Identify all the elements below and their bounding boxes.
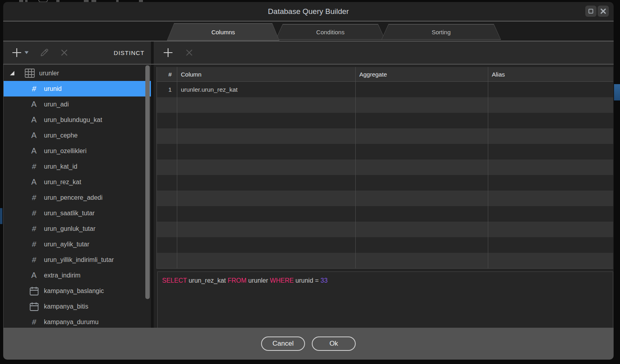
plus-icon <box>11 47 22 58</box>
text-column-icon: A <box>28 100 40 109</box>
tree-item-urun_aylik_tutar[interactable]: #urun_aylik_tutar <box>4 236 151 252</box>
grid-empty-row <box>157 144 613 159</box>
number-column-icon: # <box>28 240 40 249</box>
distinct-toggle[interactable]: DISTINCT <box>114 49 145 56</box>
grid-header: #ColumnAggregateAlias <box>157 67 613 82</box>
column-tree: urunler #urunidAurun_adiAurun_bulundugu_… <box>3 65 151 328</box>
grid-remove-button[interactable] <box>185 48 194 57</box>
table-name: urunler <box>39 70 59 77</box>
query-builder-dialog: Database Query Builder ColumnsConditions… <box>3 2 614 360</box>
tree-item-urun_cephe[interactable]: Aurun_cephe <box>4 128 151 143</box>
number-column-icon: # <box>28 224 40 233</box>
tree-item-urunid[interactable]: #urunid <box>4 81 151 96</box>
x-icon <box>185 48 194 57</box>
grid-cell <box>356 97 488 113</box>
cancel-button[interactable]: Cancel <box>261 336 305 351</box>
tree-toolbar: DISTINCT <box>3 41 151 64</box>
tab-columns[interactable]: Columns <box>167 23 279 41</box>
panel-divider[interactable] <box>151 41 154 328</box>
bg-selection-strip-right <box>614 84 620 100</box>
grid-cell <box>157 237 177 253</box>
tree-item-urun_ozellikleri[interactable]: Aurun_ozellikleri <box>4 143 151 159</box>
tree-scrollbar-thumb[interactable] <box>145 65 150 299</box>
tab-label: Conditions <box>316 29 345 35</box>
tree-item-kampanya_durumu[interactable]: #kampanya_durumu <box>4 314 151 328</box>
maximize-icon <box>588 9 593 14</box>
grid-row[interactable]: 1urunler.urun_rez_kat <box>157 82 613 97</box>
grid-cell <box>177 191 356 206</box>
text-column-icon: A <box>28 271 40 280</box>
grid-empty-row <box>157 237 613 253</box>
grid-empty-row <box>157 128 613 144</box>
tree-item-urun_gunluk_tutar[interactable]: #urun_gunluk_tutar <box>4 221 151 236</box>
number-column-icon: # <box>28 85 40 93</box>
grid-cell <box>356 159 488 175</box>
grid-empty-row <box>157 191 613 206</box>
grid-cell <box>488 191 613 206</box>
grid-add-button[interactable] <box>162 47 174 58</box>
grid-cell <box>157 97 177 113</box>
text-column-icon: A <box>28 131 40 140</box>
tree-item-kampanya_baslangic[interactable]: kampanya_baslangic <box>4 283 151 299</box>
grid-cell <box>488 82 613 97</box>
ok-button[interactable]: Ok <box>312 336 356 351</box>
grid-cell <box>157 113 177 128</box>
grid-cell <box>356 128 488 144</box>
add-dropdown-button[interactable] <box>24 51 29 54</box>
number-column-icon: # <box>28 318 40 327</box>
sql-token-number: 33 <box>321 277 328 284</box>
tree-item-urun_rez_kat[interactable]: Aurun_rez_kat <box>4 174 151 190</box>
grid-cell <box>356 191 488 206</box>
close-button[interactable] <box>598 6 609 17</box>
tree-item-label: urun_kat_id <box>44 163 77 170</box>
grid-cell <box>157 206 177 222</box>
grid-header-aggregate: Aggregate <box>356 67 488 81</box>
grid-empty-row <box>157 159 613 175</box>
tab-conditions[interactable]: Conditions <box>275 24 385 40</box>
calendar-icon <box>28 302 40 311</box>
tree-item-label: kampanya_bitis <box>44 303 88 310</box>
tree-item-urun_kat_id[interactable]: #urun_kat_id <box>4 159 151 174</box>
number-column-icon: # <box>28 193 40 202</box>
text-column-icon: A <box>28 146 40 155</box>
tree-expander-icon[interactable] <box>10 71 14 75</box>
grid-header-num: # <box>157 67 177 81</box>
bg-selection-strip-left <box>0 208 2 224</box>
grid-cell: 1 <box>157 82 177 97</box>
number-column-icon: # <box>28 162 40 171</box>
tree-item-label: kampanya_durumu <box>44 319 99 326</box>
tree-item-label: urun_ozellikleri <box>44 148 87 155</box>
grid-header-alias: Alias <box>488 67 613 81</box>
tree-item-urunler[interactable]: urunler <box>4 65 151 81</box>
tree-item-urun_pencere_adedi[interactable]: #urun_pencere_adedi <box>4 190 151 205</box>
tree-item-label: urun_yillik_indirimli_tutar <box>44 256 114 264</box>
tab-label: Sorting <box>432 29 451 35</box>
grid-cell <box>488 159 613 175</box>
grid-cell <box>488 237 613 253</box>
tree-item-urun_adi[interactable]: Aurun_adi <box>4 96 151 112</box>
grid-cell <box>356 206 488 222</box>
sql-preview: SELECT urun_rez_kat FROM urunler WHERE u… <box>157 272 613 329</box>
grid-empty-row <box>157 97 613 113</box>
columns-grid: #ColumnAggregateAlias 1urunler.urun_rez_… <box>156 67 613 269</box>
grid-cell <box>356 222 488 237</box>
maximize-button[interactable] <box>585 6 596 17</box>
tree-item-urun_saatlik_tutar[interactable]: #urun_saatlik_tutar <box>4 205 151 221</box>
grid-cell <box>356 175 488 191</box>
grid-empty-row <box>157 113 613 128</box>
tree-item-extra_indirim[interactable]: Aextra_indirim <box>4 268 151 283</box>
grid-cell <box>157 144 177 159</box>
add-column-button[interactable] <box>11 47 22 58</box>
edit-button[interactable] <box>39 47 50 58</box>
tree-item-label: urun_cephe <box>44 132 78 139</box>
dialog-content: DISTINCT #ColumnAggregateAlias 1urunler.… <box>3 41 614 328</box>
tab-sorting[interactable]: Sorting <box>381 24 501 40</box>
titlebar[interactable]: Database Query Builder <box>3 2 614 21</box>
tree-item-label: kampanya_baslangic <box>44 287 104 295</box>
grid-cell <box>177 175 356 191</box>
tree-item-urun_yillik_indirimli_tutar[interactable]: #urun_yillik_indirimli_tutar <box>4 252 151 268</box>
remove-button[interactable] <box>60 48 69 57</box>
tree-item-urun_bulundugu_kat[interactable]: Aurun_bulundugu_kat <box>4 112 151 128</box>
tree-item-kampanya_bitis[interactable]: kampanya_bitis <box>4 299 151 314</box>
toolbar-separator <box>3 64 614 65</box>
